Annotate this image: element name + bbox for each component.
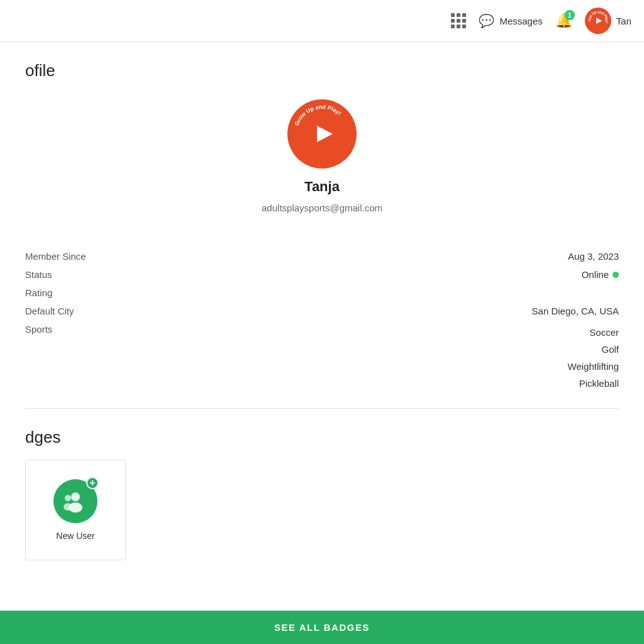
badges-grid: + New User xyxy=(25,460,619,560)
badge-plus-icon: + xyxy=(86,477,99,489)
member-since-row: Member Since Aug 3, 2023 xyxy=(25,247,619,265)
svg-point-6 xyxy=(71,492,80,501)
new-user-badge-icon: + xyxy=(53,479,97,523)
sport-weightlifting: Weightlifting xyxy=(568,358,619,375)
new-user-badge-label: New User xyxy=(56,531,94,541)
profile-info: Member Since Aug 3, 2023 Status Online R… xyxy=(25,247,619,396)
sport-golf: Golf xyxy=(568,341,619,358)
page-title: ofile xyxy=(25,61,619,80)
rating-row: Rating xyxy=(25,284,619,302)
badges-title: dges xyxy=(25,428,619,447)
svg-point-8 xyxy=(65,495,71,501)
default-city-row: Default City San Diego, CA, USA xyxy=(25,302,619,320)
messages-icon: 💬 xyxy=(479,13,494,28)
profile-avatar-section: Grow Up and Play! Tanja adultsplaysports… xyxy=(25,99,619,232)
badges-section: dges + New User xyxy=(25,421,619,573)
rating-label: Rating xyxy=(25,287,151,298)
user-avatar-header[interactable]: Grow Up and Play! Tan xyxy=(585,8,631,34)
profile-email: adultsplaysports@gmail.com xyxy=(262,203,382,213)
notifications-bell[interactable]: 🔔 1 xyxy=(555,13,572,29)
see-all-badges-label: SEE ALL BADGES xyxy=(274,622,370,633)
default-city-value: San Diego, CA, USA xyxy=(151,306,619,316)
badge-new-user: + New User xyxy=(25,460,126,560)
member-since-label: Member Since xyxy=(25,251,151,262)
profile-logo-svg: Grow Up and Play! xyxy=(287,99,357,169)
messages-label: Messages xyxy=(499,16,542,26)
main-content: ofile Grow Up and Play! Tanja adultsp xyxy=(0,42,644,592)
sports-row: Sports Soccer Golf Weightlifting Pickleb… xyxy=(25,320,619,396)
badge-people-svg xyxy=(63,489,88,514)
header: 💬 Messages 🔔 1 Grow Up and Play! Tan xyxy=(0,0,644,42)
grid-icon[interactable] xyxy=(451,13,466,28)
member-since-value: Aug 3, 2023 xyxy=(151,251,619,262)
see-all-badges-button[interactable]: SEE ALL BADGES xyxy=(0,611,644,644)
sports-label: Sports xyxy=(25,324,151,335)
status-value: Online xyxy=(151,269,619,280)
online-indicator xyxy=(613,272,619,278)
sport-soccer: Soccer xyxy=(568,324,619,341)
avatar-logo-small: Grow Up and Play! xyxy=(585,8,611,34)
default-city-label: Default City xyxy=(25,306,151,316)
status-row: Status Online xyxy=(25,265,619,284)
svg-point-9 xyxy=(64,503,72,511)
notification-count: 1 xyxy=(565,10,575,20)
header-username: Tan xyxy=(616,16,631,26)
profile-logo: Grow Up and Play! xyxy=(287,99,357,169)
status-text: Online xyxy=(582,269,609,280)
status-label: Status xyxy=(25,269,151,280)
profile-name: Tanja xyxy=(304,179,340,195)
sport-pickleball: Pickleball xyxy=(568,375,619,392)
section-divider xyxy=(25,408,619,409)
messages-button[interactable]: 💬 Messages xyxy=(479,13,542,28)
sports-values: Soccer Golf Weightlifting Pickleball xyxy=(568,324,619,392)
